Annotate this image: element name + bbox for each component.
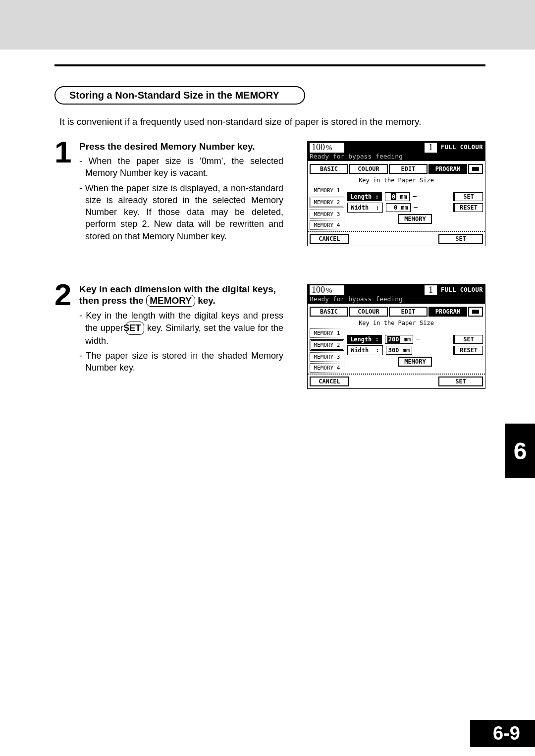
copies-value: 1 [425,143,437,153]
prompt-text: Key in the Paper Size [310,177,483,184]
step-2: 2 Key in each dimension with the digital… [54,284,485,409]
memory-1-button[interactable]: MEMORY 1 [310,328,344,338]
tab-colour[interactable]: COLOUR [349,307,388,317]
top-gray-banner [0,0,535,50]
memory-4-button[interactable]: MEMORY 4 [310,363,344,373]
reset-button[interactable]: RESET [453,203,483,212]
prompt-text: Key in the Paper Size [310,320,483,326]
tab-program[interactable]: PROGRAM [428,307,467,317]
intro-paragraph: It is convenient if a frequently used no… [59,116,485,127]
chapter-tab: 6 [505,424,535,478]
lcd-panel-2: 100% 1 FULL COLOUR Ready for bypass feed… [307,284,485,389]
status-line: Ready for bypass feeding [310,295,483,303]
width-label: Width : [347,203,383,213]
set-upper-button[interactable]: SET [453,192,483,201]
step-2-bullet-1: Key in the length with the digital keys … [79,310,283,347]
tab-basic[interactable]: BASIC [310,164,348,174]
tab-icon[interactable] [468,164,483,174]
step-number-2: 2 [54,281,79,309]
tab-colour[interactable]: COLOUR [349,164,388,174]
memory-2-button[interactable]: MEMORY 2 [310,339,344,351]
step-1: 1 Press the desired Memory Number key. W… [54,141,485,266]
colour-mode: FULL COLOUR [441,287,483,293]
zoom-value: 100% [310,285,344,295]
length-label: Length : [347,192,382,201]
set-upper-button[interactable]: SET [453,335,483,344]
colour-mode: FULL COLOUR [441,144,483,151]
tab-icon[interactable] [468,307,483,317]
step-1-heading: Press the desired Memory Number key. [79,141,283,152]
memory-3-button[interactable]: MEMORY 3 [310,210,344,219]
cancel-button[interactable]: CANCEL [310,377,349,386]
step-2-bullet-2: The paper size is stored in the shaded M… [79,350,283,374]
memory-key-button[interactable]: MEMORY [398,214,431,224]
length-label: Length : [347,335,382,344]
tab-edit[interactable]: EDIT [389,164,428,174]
zoom-value: 100% [310,143,344,153]
set-footer-button[interactable]: SET [438,234,483,244]
set-footer-button[interactable]: SET [438,377,483,386]
copies-value: 1 [425,285,437,295]
length-value: 200 mm [385,335,413,344]
horizontal-rule [54,64,485,66]
memory-4-button[interactable]: MEMORY 4 [310,220,344,230]
memory-key-button[interactable]: MEMORY [398,357,431,367]
step-1-bullet-1: When the paper size is '0mm', the select… [79,155,283,179]
memory-3-button[interactable]: MEMORY 3 [310,352,344,362]
memory-key-inline: MEMORY [146,295,195,307]
width-label: Width : [347,345,383,355]
tab-row: BASIC COLOUR EDIT PROGRAM [310,307,483,317]
tab-edit[interactable]: EDIT [389,307,428,317]
width-value: 0 mm [386,203,411,212]
length-value: 0 mm [385,192,410,201]
cancel-button[interactable]: CANCEL [310,234,349,244]
tab-row: BASIC COLOUR EDIT PROGRAM [310,164,483,174]
memory-1-button[interactable]: MEMORY 1 [310,186,344,195]
reset-button[interactable]: RESET [453,346,483,355]
memory-2-button[interactable]: MEMORY 2 [310,197,344,208]
width-value: 300 mm [386,346,412,355]
tab-basic[interactable]: BASIC [310,307,348,317]
step-2-heading: Key in each dimension with the digital k… [79,284,283,307]
tab-program[interactable]: PROGRAM [428,164,467,174]
section-title: Storing a Non-Standard Size in the MEMOR… [69,90,279,101]
lcd-panel-1: 100% 1 FULL COLOUR Ready for bypass feed… [307,141,485,246]
page-number: 6-9 [470,720,535,747]
set-key-inline: SET [126,322,144,334]
step-1-bullet-2: When the paper size is displayed, a non-… [79,182,283,242]
section-title-container: Storing a Non-Standard Size in the MEMOR… [54,86,305,105]
status-line: Ready for bypass feeding [310,153,483,160]
step-number-1: 1 [54,138,79,166]
